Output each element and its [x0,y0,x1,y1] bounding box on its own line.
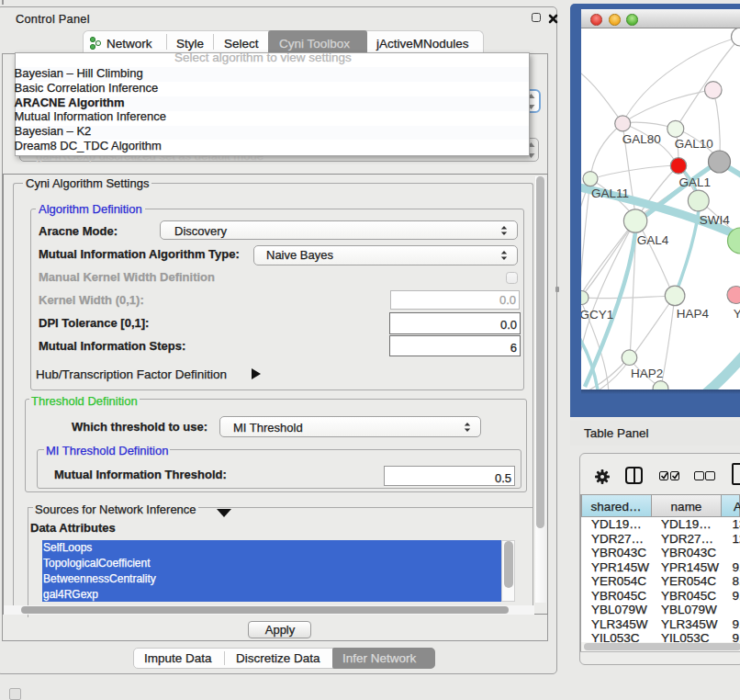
svg-text:SWI4: SWI4 [700,213,730,227]
svg-text:Y: Y [734,307,740,321]
svg-text:GAL10: GAL10 [675,137,713,151]
svg-text:GAL4: GAL4 [637,233,669,247]
svg-text:GAL11: GAL11 [591,186,629,200]
svg-text:GAL1: GAL1 [679,175,712,189]
svg-text:HAP2: HAP2 [631,367,663,380]
svg-text:GCY1: GCY1 [581,308,613,322]
svg-text:GAL80: GAL80 [622,132,661,146]
svg-text:HAP4: HAP4 [677,307,710,321]
